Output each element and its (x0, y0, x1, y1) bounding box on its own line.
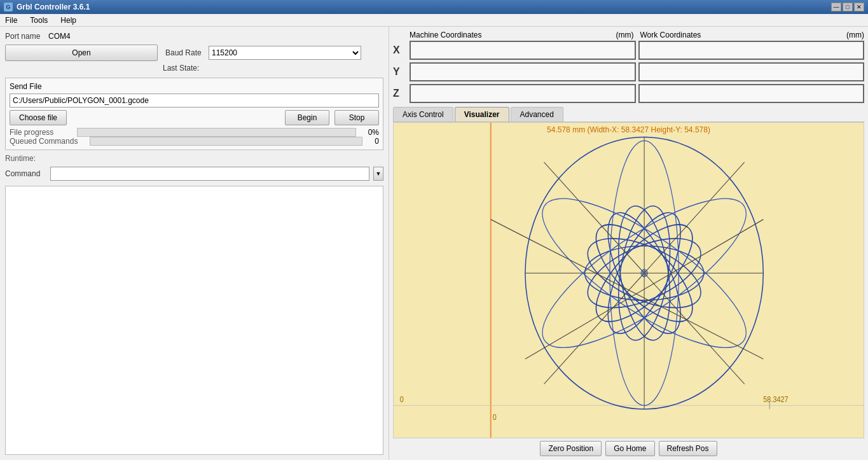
port-value: COM4 (48, 32, 71, 41)
baud-rate-select[interactable]: 115200 (209, 46, 361, 60)
choose-file-button[interactable]: Choose file (10, 110, 67, 125)
tab-visualizer[interactable]: Visualizer (455, 107, 509, 122)
svg-text:0: 0 (400, 394, 404, 403)
open-button[interactable]: Open (5, 45, 158, 61)
x-coord-row: X (393, 41, 864, 60)
zero-position-button[interactable]: Zero Position (540, 441, 602, 456)
file-progress-row: File progress 0% (10, 128, 379, 137)
right-panel: Machine Coordinates (mm) Work Coordinate… (389, 27, 868, 460)
bottom-buttons: Zero Position Go Home Refresh Pos (393, 438, 864, 456)
tab-advanced[interactable]: Advanced (511, 107, 563, 122)
runtime-label: Runtime: (5, 154, 36, 163)
x-work-coord[interactable] (638, 41, 865, 60)
main-container: Port name COM4 Open Baud Rate 115200 Las… (0, 27, 868, 460)
work-coords-header: Work Coordinates (mm) (640, 31, 865, 39)
port-label: Port name (5, 32, 43, 41)
x-machine-coord[interactable] (410, 41, 636, 60)
send-file-label: Send File (10, 82, 379, 91)
menu-help[interactable]: Help (58, 15, 79, 25)
y-machine-coord[interactable] (410, 62, 636, 81)
file-btn-row: Choose file Begin Stop (10, 110, 379, 125)
machine-coords-header: Machine Coordinates (mm) (410, 31, 640, 39)
port-row: Port name COM4 (5, 32, 383, 41)
y-work-coord[interactable] (638, 62, 865, 81)
work-coords-title: Work Coordinates (640, 31, 701, 39)
viz-canvas: 0 58.3427 0 (394, 123, 864, 438)
svg-text:0: 0 (493, 412, 497, 421)
left-panel: Port name COM4 Open Baud Rate 115200 Las… (0, 27, 389, 460)
z-axis-label: Z (393, 88, 407, 99)
app-icon: G (4, 3, 13, 11)
y-coord-row: Y (393, 62, 864, 81)
file-progress-label: File progress (10, 128, 73, 137)
console-area[interactable] (5, 186, 383, 455)
z-coord-row: Z (393, 84, 864, 103)
window-controls[interactable]: — □ ✕ (831, 3, 864, 11)
command-row: Command ▼ (5, 167, 383, 181)
svg-text:58.3427: 58.3427 (763, 394, 788, 403)
last-state-label: Last State: (163, 64, 201, 73)
stop-button[interactable]: Stop (334, 110, 379, 125)
coords-header: Machine Coordinates (mm) Work Coordinate… (393, 31, 864, 39)
command-input[interactable] (50, 167, 369, 181)
command-dropdown[interactable]: ▼ (373, 167, 383, 181)
refresh-pos-button[interactable]: Refresh Pos (659, 441, 717, 456)
tab-axis-control[interactable]: Axis Control (393, 107, 453, 122)
minimize-button[interactable]: — (831, 3, 841, 11)
command-label: Command (5, 169, 46, 178)
begin-button[interactable]: Begin (285, 110, 329, 125)
file-path-input[interactable] (10, 94, 379, 108)
go-home-button[interactable]: Go Home (605, 441, 654, 456)
z-work-coord[interactable] (638, 84, 865, 103)
window-title: Grbl Controller 3.6.1 (17, 3, 90, 11)
runtime-row: Runtime: (5, 154, 383, 163)
visualizer-area[interactable]: 54.578 mm (Width-X: 58.3427 Height-Y: 54… (393, 122, 864, 438)
queued-commands-label: Queued Commands (10, 137, 86, 146)
tabs: Axis Control Visualizer Advanced (393, 107, 864, 122)
title-bar-left: G Grbl Controller 3.6.1 (4, 3, 90, 11)
queued-commands-row: Queued Commands 0 (10, 137, 379, 146)
menu-file[interactable]: File (3, 15, 20, 25)
file-progress-pct: 0% (360, 128, 379, 137)
x-axis-label: X (393, 45, 407, 56)
machine-coords-title: Machine Coordinates (410, 31, 481, 39)
viz-info: 54.578 mm (Width-X: 58.3427 Height-Y: 54… (547, 125, 710, 134)
menu-tools[interactable]: Tools (27, 15, 50, 25)
baud-label: Baud Rate (165, 48, 203, 57)
maximize-button[interactable]: □ (843, 3, 853, 11)
machine-coords-unit: (mm) (616, 31, 634, 39)
y-axis-label: Y (393, 66, 407, 78)
close-button[interactable]: ✕ (854, 3, 864, 11)
title-bar: G Grbl Controller 3.6.1 — □ ✕ (0, 0, 868, 14)
send-file-section: Send File Choose file Begin Stop File pr… (5, 78, 383, 150)
queued-bar (90, 137, 362, 146)
file-progress-bar (77, 128, 356, 137)
menu-bar: File Tools Help (0, 14, 868, 27)
z-machine-coord[interactable] (410, 84, 636, 103)
queued-count: 0 (366, 137, 379, 146)
work-coords-unit: (mm) (846, 31, 864, 39)
